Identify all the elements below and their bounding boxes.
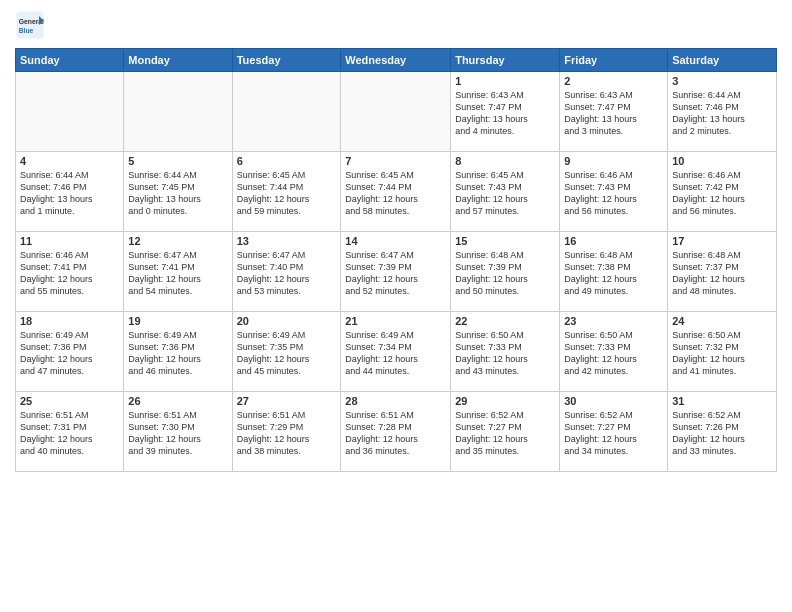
calendar-cell: 20Sunrise: 6:49 AM Sunset: 7:35 PM Dayli… [232, 312, 341, 392]
day-number: 31 [672, 395, 772, 407]
day-number: 21 [345, 315, 446, 327]
day-info: Sunrise: 6:52 AM Sunset: 7:27 PM Dayligh… [564, 409, 663, 458]
calendar-cell: 29Sunrise: 6:52 AM Sunset: 7:27 PM Dayli… [451, 392, 560, 472]
day-number: 18 [20, 315, 119, 327]
day-info: Sunrise: 6:50 AM Sunset: 7:32 PM Dayligh… [672, 329, 772, 378]
calendar-cell: 18Sunrise: 6:49 AM Sunset: 7:36 PM Dayli… [16, 312, 124, 392]
calendar-cell: 28Sunrise: 6:51 AM Sunset: 7:28 PM Dayli… [341, 392, 451, 472]
calendar-cell: 24Sunrise: 6:50 AM Sunset: 7:32 PM Dayli… [668, 312, 777, 392]
calendar-cell: 11Sunrise: 6:46 AM Sunset: 7:41 PM Dayli… [16, 232, 124, 312]
day-number: 6 [237, 155, 337, 167]
calendar-cell: 1Sunrise: 6:43 AM Sunset: 7:47 PM Daylig… [451, 72, 560, 152]
calendar-cell: 8Sunrise: 6:45 AM Sunset: 7:43 PM Daylig… [451, 152, 560, 232]
weekday-header-monday: Monday [124, 49, 232, 72]
day-info: Sunrise: 6:45 AM Sunset: 7:43 PM Dayligh… [455, 169, 555, 218]
svg-rect-0 [17, 12, 44, 39]
day-number: 27 [237, 395, 337, 407]
week-row-1: 1Sunrise: 6:43 AM Sunset: 7:47 PM Daylig… [16, 72, 777, 152]
day-number: 15 [455, 235, 555, 247]
day-number: 12 [128, 235, 227, 247]
day-info: Sunrise: 6:50 AM Sunset: 7:33 PM Dayligh… [455, 329, 555, 378]
day-number: 22 [455, 315, 555, 327]
day-number: 17 [672, 235, 772, 247]
calendar-cell: 10Sunrise: 6:46 AM Sunset: 7:42 PM Dayli… [668, 152, 777, 232]
calendar-cell: 26Sunrise: 6:51 AM Sunset: 7:30 PM Dayli… [124, 392, 232, 472]
calendar-cell: 9Sunrise: 6:46 AM Sunset: 7:43 PM Daylig… [560, 152, 668, 232]
day-info: Sunrise: 6:46 AM Sunset: 7:41 PM Dayligh… [20, 249, 119, 298]
day-info: Sunrise: 6:52 AM Sunset: 7:26 PM Dayligh… [672, 409, 772, 458]
calendar-cell: 31Sunrise: 6:52 AM Sunset: 7:26 PM Dayli… [668, 392, 777, 472]
day-info: Sunrise: 6:47 AM Sunset: 7:39 PM Dayligh… [345, 249, 446, 298]
day-number: 7 [345, 155, 446, 167]
calendar-cell: 25Sunrise: 6:51 AM Sunset: 7:31 PM Dayli… [16, 392, 124, 472]
weekday-header-wednesday: Wednesday [341, 49, 451, 72]
calendar-cell: 4Sunrise: 6:44 AM Sunset: 7:46 PM Daylig… [16, 152, 124, 232]
day-info: Sunrise: 6:44 AM Sunset: 7:45 PM Dayligh… [128, 169, 227, 218]
day-number: 29 [455, 395, 555, 407]
calendar-cell: 27Sunrise: 6:51 AM Sunset: 7:29 PM Dayli… [232, 392, 341, 472]
day-number: 30 [564, 395, 663, 407]
calendar-cell [16, 72, 124, 152]
calendar-cell: 15Sunrise: 6:48 AM Sunset: 7:39 PM Dayli… [451, 232, 560, 312]
day-info: Sunrise: 6:51 AM Sunset: 7:29 PM Dayligh… [237, 409, 337, 458]
day-info: Sunrise: 6:46 AM Sunset: 7:42 PM Dayligh… [672, 169, 772, 218]
calendar-cell: 30Sunrise: 6:52 AM Sunset: 7:27 PM Dayli… [560, 392, 668, 472]
logo-icon: General Blue [15, 10, 45, 40]
day-number: 11 [20, 235, 119, 247]
day-number: 16 [564, 235, 663, 247]
day-number: 10 [672, 155, 772, 167]
day-info: Sunrise: 6:43 AM Sunset: 7:47 PM Dayligh… [564, 89, 663, 138]
week-row-3: 11Sunrise: 6:46 AM Sunset: 7:41 PM Dayli… [16, 232, 777, 312]
header: General Blue [15, 10, 777, 40]
day-info: Sunrise: 6:50 AM Sunset: 7:33 PM Dayligh… [564, 329, 663, 378]
day-number: 2 [564, 75, 663, 87]
svg-text:Blue: Blue [19, 27, 34, 34]
calendar-cell: 23Sunrise: 6:50 AM Sunset: 7:33 PM Dayli… [560, 312, 668, 392]
day-info: Sunrise: 6:46 AM Sunset: 7:43 PM Dayligh… [564, 169, 663, 218]
week-row-4: 18Sunrise: 6:49 AM Sunset: 7:36 PM Dayli… [16, 312, 777, 392]
day-number: 4 [20, 155, 119, 167]
day-info: Sunrise: 6:47 AM Sunset: 7:40 PM Dayligh… [237, 249, 337, 298]
day-number: 9 [564, 155, 663, 167]
day-info: Sunrise: 6:47 AM Sunset: 7:41 PM Dayligh… [128, 249, 227, 298]
calendar-cell: 7Sunrise: 6:45 AM Sunset: 7:44 PM Daylig… [341, 152, 451, 232]
calendar-cell: 21Sunrise: 6:49 AM Sunset: 7:34 PM Dayli… [341, 312, 451, 392]
calendar-cell: 19Sunrise: 6:49 AM Sunset: 7:36 PM Dayli… [124, 312, 232, 392]
day-number: 1 [455, 75, 555, 87]
calendar-cell [124, 72, 232, 152]
day-info: Sunrise: 6:49 AM Sunset: 7:36 PM Dayligh… [20, 329, 119, 378]
day-number: 20 [237, 315, 337, 327]
day-info: Sunrise: 6:49 AM Sunset: 7:36 PM Dayligh… [128, 329, 227, 378]
day-number: 24 [672, 315, 772, 327]
calendar-cell: 22Sunrise: 6:50 AM Sunset: 7:33 PM Dayli… [451, 312, 560, 392]
calendar-cell: 2Sunrise: 6:43 AM Sunset: 7:47 PM Daylig… [560, 72, 668, 152]
day-info: Sunrise: 6:51 AM Sunset: 7:28 PM Dayligh… [345, 409, 446, 458]
day-info: Sunrise: 6:51 AM Sunset: 7:30 PM Dayligh… [128, 409, 227, 458]
day-number: 25 [20, 395, 119, 407]
calendar-cell [232, 72, 341, 152]
weekday-header-friday: Friday [560, 49, 668, 72]
week-row-2: 4Sunrise: 6:44 AM Sunset: 7:46 PM Daylig… [16, 152, 777, 232]
weekday-header-tuesday: Tuesday [232, 49, 341, 72]
calendar-cell [341, 72, 451, 152]
day-number: 19 [128, 315, 227, 327]
weekday-header-saturday: Saturday [668, 49, 777, 72]
calendar-table: SundayMondayTuesdayWednesdayThursdayFrid… [15, 48, 777, 472]
calendar-cell: 17Sunrise: 6:48 AM Sunset: 7:37 PM Dayli… [668, 232, 777, 312]
page-container: General Blue SundayMondayTuesdayWednesda… [0, 0, 792, 612]
calendar-cell: 14Sunrise: 6:47 AM Sunset: 7:39 PM Dayli… [341, 232, 451, 312]
day-number: 13 [237, 235, 337, 247]
week-row-5: 25Sunrise: 6:51 AM Sunset: 7:31 PM Dayli… [16, 392, 777, 472]
day-number: 3 [672, 75, 772, 87]
day-info: Sunrise: 6:51 AM Sunset: 7:31 PM Dayligh… [20, 409, 119, 458]
day-info: Sunrise: 6:52 AM Sunset: 7:27 PM Dayligh… [455, 409, 555, 458]
day-info: Sunrise: 6:44 AM Sunset: 7:46 PM Dayligh… [20, 169, 119, 218]
logo: General Blue [15, 10, 49, 40]
day-number: 26 [128, 395, 227, 407]
day-info: Sunrise: 6:45 AM Sunset: 7:44 PM Dayligh… [237, 169, 337, 218]
day-info: Sunrise: 6:48 AM Sunset: 7:38 PM Dayligh… [564, 249, 663, 298]
day-info: Sunrise: 6:44 AM Sunset: 7:46 PM Dayligh… [672, 89, 772, 138]
day-info: Sunrise: 6:49 AM Sunset: 7:34 PM Dayligh… [345, 329, 446, 378]
calendar-cell: 5Sunrise: 6:44 AM Sunset: 7:45 PM Daylig… [124, 152, 232, 232]
day-number: 5 [128, 155, 227, 167]
